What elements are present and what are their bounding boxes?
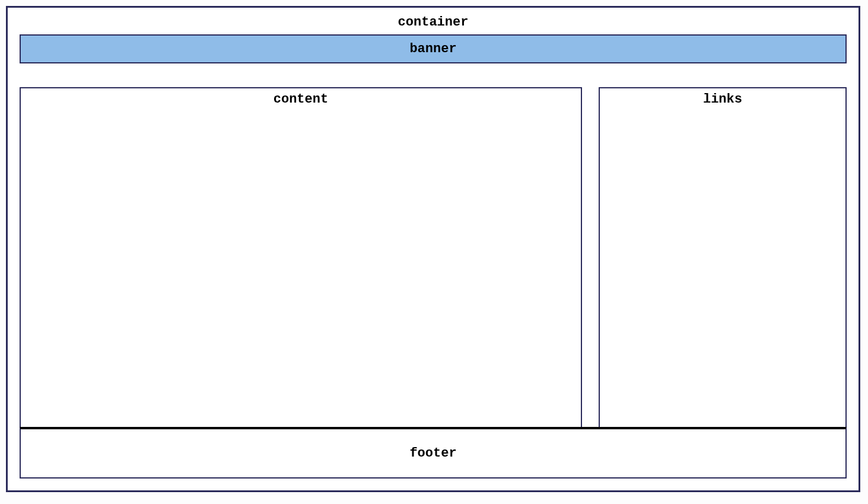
content-label: content: [274, 92, 328, 107]
footer-label: footer: [409, 446, 456, 461]
banner-box: banner: [20, 34, 847, 63]
container-box: container banner content links footer: [6, 6, 860, 492]
banner-label: banner: [409, 42, 456, 56]
content-box: content: [20, 87, 582, 428]
links-box: links: [599, 87, 847, 428]
links-label: links: [703, 92, 742, 107]
middle-row: content links: [20, 87, 847, 428]
container-label: container: [20, 12, 847, 34]
footer-box: footer: [20, 427, 847, 479]
